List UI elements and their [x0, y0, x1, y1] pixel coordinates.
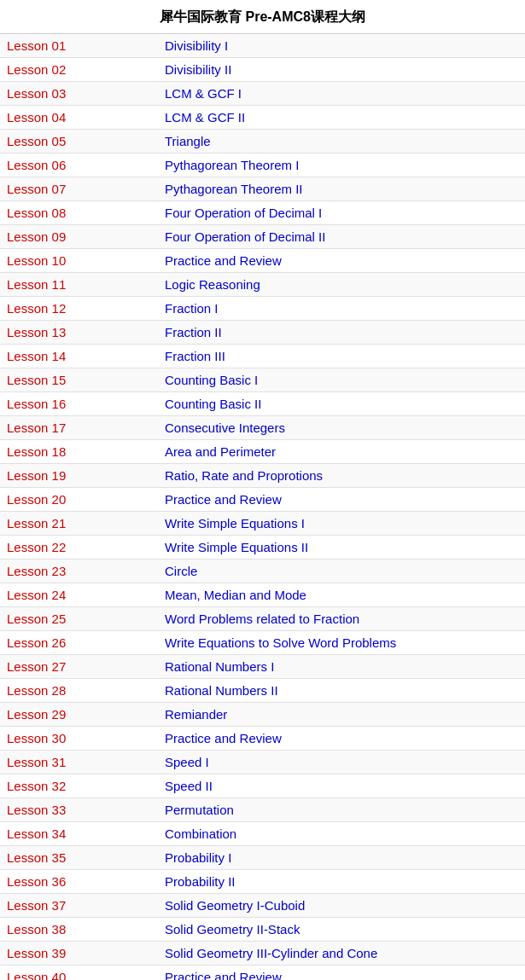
table-row: Lesson 29Remiander — [0, 703, 525, 727]
lesson-number: Lesson 26 — [0, 631, 158, 655]
table-row: Lesson 20Practice and Review — [0, 488, 525, 512]
lesson-title: Solid Geometry III-Cylinder and Cone — [158, 942, 525, 966]
lesson-title: Triangle — [158, 130, 525, 154]
table-row: Lesson 07Pythagorean Theorem II — [0, 177, 525, 201]
lesson-number: Lesson 04 — [0, 106, 158, 130]
table-row: Lesson 04LCM & GCF II — [0, 106, 525, 130]
table-row: Lesson 18Area and Perimeter — [0, 440, 525, 464]
table-row: Lesson 14Fraction III — [0, 345, 525, 368]
lesson-title: Four Operation of Decimal I — [158, 201, 525, 225]
table-row: Lesson 13Fraction II — [0, 321, 525, 345]
lesson-title: Practice and Review — [158, 966, 525, 981]
table-row: Lesson 36Probability II — [0, 870, 525, 894]
lesson-title: Write Simple Equations II — [158, 536, 525, 560]
page-title: 犀牛国际教育 Pre-AMC8课程大纲 — [0, 0, 525, 34]
lesson-title: Pythagorean Theorem I — [158, 154, 525, 177]
lesson-number: Lesson 28 — [0, 679, 158, 703]
lesson-title: Fraction II — [158, 321, 525, 345]
table-row: Lesson 26Write Equations to Solve Word P… — [0, 631, 525, 655]
lesson-title: Write Equations to Solve Word Problems — [158, 631, 525, 655]
lesson-title: Rational Numbers II — [158, 679, 525, 703]
lesson-title: Probability I — [158, 846, 525, 870]
lesson-number: Lesson 39 — [0, 942, 158, 966]
lesson-title: Permutation — [158, 798, 525, 822]
lesson-title: Counting Basic I — [158, 368, 525, 392]
lesson-number: Lesson 30 — [0, 727, 158, 751]
lesson-title: Practice and Review — [158, 488, 525, 512]
lesson-number: Lesson 09 — [0, 225, 158, 249]
lesson-number: Lesson 38 — [0, 918, 158, 942]
table-row: Lesson 32Speed II — [0, 774, 525, 798]
table-row: Lesson 37Solid Geometry I-Cuboid — [0, 894, 525, 918]
table-row: Lesson 33Permutation — [0, 798, 525, 822]
lesson-number: Lesson 13 — [0, 321, 158, 345]
lesson-title: Area and Perimeter — [158, 440, 525, 464]
lesson-title: Practice and Review — [158, 249, 525, 273]
lesson-number: Lesson 35 — [0, 846, 158, 870]
table-row: Lesson 40Practice and Review — [0, 966, 525, 981]
table-row: Lesson 05Triangle — [0, 130, 525, 154]
lesson-number: Lesson 34 — [0, 822, 158, 846]
lesson-number: Lesson 08 — [0, 201, 158, 225]
lesson-number: Lesson 31 — [0, 751, 158, 774]
table-row: Lesson 06Pythagorean Theorem I — [0, 154, 525, 177]
lesson-title: Write Simple Equations I — [158, 512, 525, 536]
lesson-title: Circle — [158, 560, 525, 583]
lesson-title: Probability II — [158, 870, 525, 894]
table-row: Lesson 28Rational Numbers II — [0, 679, 525, 703]
lesson-number: Lesson 10 — [0, 249, 158, 273]
lesson-number: Lesson 25 — [0, 607, 158, 631]
table-row: Lesson 24Mean, Median and Mode — [0, 583, 525, 607]
lesson-number: Lesson 14 — [0, 345, 158, 368]
lesson-number: Lesson 15 — [0, 368, 158, 392]
lesson-number: Lesson 12 — [0, 297, 158, 321]
table-row: Lesson 23Circle — [0, 560, 525, 583]
lesson-number: Lesson 36 — [0, 870, 158, 894]
lesson-title: Divisibility I — [158, 34, 525, 58]
lesson-title: Solid Geometry II-Stack — [158, 918, 525, 942]
table-row: Lesson 17Consecutive Integers — [0, 416, 525, 440]
lesson-number: Lesson 20 — [0, 488, 158, 512]
lesson-number: Lesson 32 — [0, 774, 158, 798]
lesson-title: Fraction III — [158, 345, 525, 368]
lesson-number: Lesson 18 — [0, 440, 158, 464]
lesson-title: Ratio, Rate and Proprotions — [158, 464, 525, 488]
lesson-number: Lesson 27 — [0, 655, 158, 679]
lesson-number: Lesson 22 — [0, 536, 158, 560]
lesson-number: Lesson 02 — [0, 58, 158, 82]
lesson-number: Lesson 06 — [0, 154, 158, 177]
lesson-number: Lesson 24 — [0, 583, 158, 607]
lesson-number: Lesson 33 — [0, 798, 158, 822]
lesson-title: Mean, Median and Mode — [158, 583, 525, 607]
table-row: Lesson 19Ratio, Rate and Proprotions — [0, 464, 525, 488]
lesson-title: Combination — [158, 822, 525, 846]
lesson-title: Remiander — [158, 703, 525, 727]
lesson-number: Lesson 16 — [0, 392, 158, 416]
table-row: Lesson 03LCM & GCF I — [0, 82, 525, 106]
lesson-table: Lesson 01Divisibility ILesson 02Divisibi… — [0, 34, 525, 980]
lesson-number: Lesson 21 — [0, 512, 158, 536]
table-row: Lesson 21Write Simple Equations I — [0, 512, 525, 536]
lesson-number: Lesson 05 — [0, 130, 158, 154]
table-row: Lesson 27Rational Numbers I — [0, 655, 525, 679]
lesson-title: Logic Reasoning — [158, 273, 525, 297]
table-row: Lesson 01Divisibility I — [0, 34, 525, 58]
table-row: Lesson 02Divisibility II — [0, 58, 525, 82]
lesson-number: Lesson 17 — [0, 416, 158, 440]
lesson-title: Solid Geometry I-Cuboid — [158, 894, 525, 918]
table-row: Lesson 25Word Problems related to Fracti… — [0, 607, 525, 631]
table-row: Lesson 10Practice and Review — [0, 249, 525, 273]
lesson-title: Practice and Review — [158, 727, 525, 751]
lesson-title: Word Problems related to Fraction — [158, 607, 525, 631]
lesson-title: Speed II — [158, 774, 525, 798]
lesson-number: Lesson 03 — [0, 82, 158, 106]
table-row: Lesson 35Probability I — [0, 846, 525, 870]
table-row: Lesson 39Solid Geometry III-Cylinder and… — [0, 942, 525, 966]
lesson-number: Lesson 07 — [0, 177, 158, 201]
table-row: Lesson 16Counting Basic II — [0, 392, 525, 416]
lesson-number: Lesson 29 — [0, 703, 158, 727]
lesson-number: Lesson 40 — [0, 966, 158, 981]
lesson-title: LCM & GCF I — [158, 82, 525, 106]
lesson-number: Lesson 23 — [0, 560, 158, 583]
lesson-title: Fraction I — [158, 297, 525, 321]
